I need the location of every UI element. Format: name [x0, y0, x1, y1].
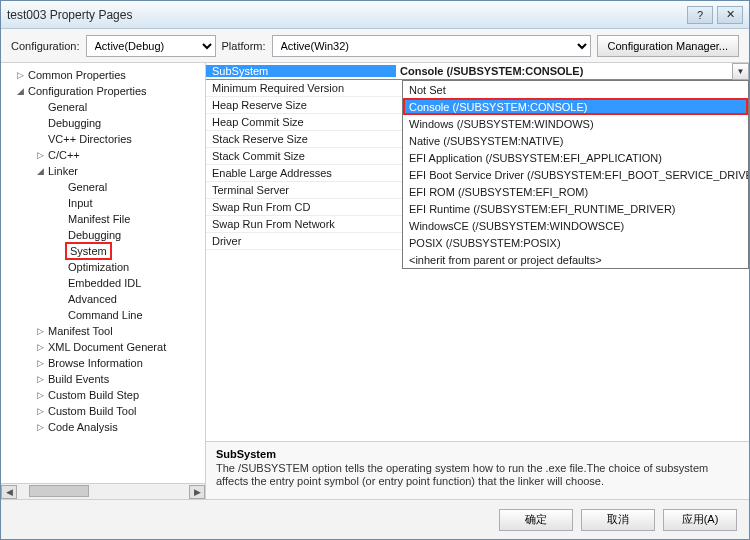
- window-title: test003 Property Pages: [7, 8, 687, 22]
- configuration-label: Configuration:: [11, 40, 80, 52]
- description-box: SubSystem The /SUBSYSTEM option tells th…: [206, 441, 749, 499]
- tree-item[interactable]: Debugging: [9, 115, 205, 131]
- property-name: Heap Reserve Size: [206, 99, 396, 111]
- tree-item-label: Configuration Properties: [28, 85, 147, 97]
- tree-item[interactable]: Input: [9, 195, 205, 211]
- tree-item-label: General: [68, 181, 107, 193]
- dropdown-option[interactable]: EFI Runtime (/SUBSYSTEM:EFI_RUNTIME_DRIV…: [403, 200, 748, 217]
- tree-item-label: C/C++: [48, 149, 80, 161]
- tree-item-label: XML Document Generat: [48, 341, 166, 353]
- tree-item-label: General: [48, 101, 87, 113]
- tree-item-label: Common Properties: [28, 69, 126, 81]
- property-main: ▼ SubSystemConsole (/SUBSYSTEM:CONSOLE)M…: [206, 63, 749, 499]
- property-name: Heap Commit Size: [206, 116, 396, 128]
- tree-item-label: Input: [68, 197, 92, 209]
- tree-item[interactable]: General: [9, 179, 205, 195]
- tree-item[interactable]: ▷Custom Build Tool: [9, 403, 205, 419]
- configuration-select[interactable]: Active(Debug): [86, 35, 216, 57]
- dropdown-option[interactable]: Not Set: [403, 81, 748, 98]
- platform-select[interactable]: Active(Win32): [272, 35, 591, 57]
- tree-item-label: Debugging: [48, 117, 101, 129]
- scroll-right-icon[interactable]: ▶: [189, 485, 205, 499]
- tree-item-label: Optimization: [68, 261, 129, 273]
- property-value[interactable]: Console (/SUBSYSTEM:CONSOLE): [396, 65, 749, 77]
- tree-item-label: Custom Build Step: [48, 389, 139, 401]
- tree-item-label: Linker: [48, 165, 78, 177]
- tree-item-label: Manifest File: [68, 213, 130, 225]
- tree-item[interactable]: ▷Common Properties: [9, 67, 205, 83]
- property-name: Swap Run From Network: [206, 218, 396, 230]
- tree-item-label: VC++ Directories: [48, 133, 132, 145]
- dropdown-toggle-button[interactable]: ▼: [732, 63, 749, 80]
- dropdown-option[interactable]: POSIX (/SUBSYSTEM:POSIX): [403, 234, 748, 251]
- dropdown-option[interactable]: EFI Application (/SUBSYSTEM:EFI_APPLICAT…: [403, 149, 748, 166]
- expand-icon[interactable]: ▷: [37, 150, 48, 160]
- subsystem-dropdown: Not SetConsole (/SUBSYSTEM:CONSOLE)Windo…: [402, 80, 749, 269]
- cancel-button[interactable]: 取消: [581, 509, 655, 531]
- tree-item-label: Command Line: [68, 309, 143, 321]
- property-grid: ▼ SubSystemConsole (/SUBSYSTEM:CONSOLE)M…: [206, 63, 749, 441]
- dropdown-option[interactable]: Windows (/SUBSYSTEM:WINDOWS): [403, 115, 748, 132]
- tree-item-label: Custom Build Tool: [48, 405, 136, 417]
- tree-item[interactable]: Debugging: [9, 227, 205, 243]
- tree-item[interactable]: ◢Linker: [9, 163, 205, 179]
- expand-icon[interactable]: ▷: [37, 326, 48, 336]
- scroll-thumb[interactable]: [29, 485, 89, 497]
- property-name: SubSystem: [206, 65, 396, 77]
- tree-item[interactable]: ▷Code Analysis: [9, 419, 205, 435]
- expand-icon[interactable]: ◢: [37, 166, 48, 176]
- tree-item[interactable]: Command Line: [9, 307, 205, 323]
- footer: 确定 取消 应用(A): [1, 499, 749, 539]
- property-name: Stack Reserve Size: [206, 133, 396, 145]
- property-name: Stack Commit Size: [206, 150, 396, 162]
- tree-item[interactable]: ▷C/C++: [9, 147, 205, 163]
- property-pages-window: test003 Property Pages ? ✕ Configuration…: [0, 0, 750, 540]
- tree-item[interactable]: ◢Configuration Properties: [9, 83, 205, 99]
- dropdown-option[interactable]: <inherit from parent or project defaults…: [403, 251, 748, 268]
- property-name: Minimum Required Version: [206, 82, 396, 94]
- property-name: Terminal Server: [206, 184, 396, 196]
- property-row[interactable]: SubSystemConsole (/SUBSYSTEM:CONSOLE): [206, 63, 749, 80]
- expand-icon[interactable]: ▷: [37, 422, 48, 432]
- close-button[interactable]: ✕: [717, 6, 743, 24]
- tree-item[interactable]: ▷Build Events: [9, 371, 205, 387]
- property-name: Driver: [206, 235, 396, 247]
- tree-item[interactable]: VC++ Directories: [9, 131, 205, 147]
- expand-icon[interactable]: ▷: [37, 342, 48, 352]
- tree-item[interactable]: ▷Manifest Tool: [9, 323, 205, 339]
- tree-item-label: Advanced: [68, 293, 117, 305]
- tree-item[interactable]: ▷Browse Information: [9, 355, 205, 371]
- description-title: SubSystem: [216, 448, 739, 460]
- expand-icon[interactable]: ▷: [37, 374, 48, 384]
- tree-item-label: Browse Information: [48, 357, 143, 369]
- tree-item[interactable]: ▷Custom Build Step: [9, 387, 205, 403]
- dropdown-option[interactable]: WindowsCE (/SUBSYSTEM:WINDOWSCE): [403, 217, 748, 234]
- expand-icon[interactable]: ▷: [37, 390, 48, 400]
- property-name: Enable Large Addresses: [206, 167, 396, 179]
- expand-icon[interactable]: ◢: [17, 86, 28, 96]
- config-row: Configuration: Active(Debug) Platform: A…: [1, 29, 749, 63]
- tree-item-label: Build Events: [48, 373, 109, 385]
- help-button[interactable]: ?: [687, 6, 713, 24]
- tree-item[interactable]: Embedded IDL: [9, 275, 205, 291]
- tree-item[interactable]: Manifest File: [9, 211, 205, 227]
- tree-item[interactable]: System: [9, 243, 205, 259]
- scroll-left-icon[interactable]: ◀: [1, 485, 17, 499]
- tree-item[interactable]: Advanced: [9, 291, 205, 307]
- expand-icon[interactable]: ▷: [37, 406, 48, 416]
- dropdown-option[interactable]: EFI Boot Service Driver (/SUBSYSTEM:EFI_…: [403, 166, 748, 183]
- dropdown-option[interactable]: EFI ROM (/SUBSYSTEM:EFI_ROM): [403, 183, 748, 200]
- tree-scrollbar[interactable]: ◀ ▶: [1, 483, 205, 499]
- expand-icon[interactable]: ▷: [37, 358, 48, 368]
- apply-button[interactable]: 应用(A): [663, 509, 737, 531]
- ok-button[interactable]: 确定: [499, 509, 573, 531]
- tree-item[interactable]: General: [9, 99, 205, 115]
- dropdown-option[interactable]: Console (/SUBSYSTEM:CONSOLE): [403, 98, 748, 115]
- description-text: The /SUBSYSTEM option tells the operatin…: [216, 462, 739, 488]
- configuration-manager-button[interactable]: Configuration Manager...: [597, 35, 739, 57]
- expand-icon[interactable]: ▷: [17, 70, 28, 80]
- dropdown-option[interactable]: Native (/SUBSYSTEM:NATIVE): [403, 132, 748, 149]
- tree-item[interactable]: Optimization: [9, 259, 205, 275]
- tree-item-label: Debugging: [68, 229, 121, 241]
- tree-item[interactable]: ▷XML Document Generat: [9, 339, 205, 355]
